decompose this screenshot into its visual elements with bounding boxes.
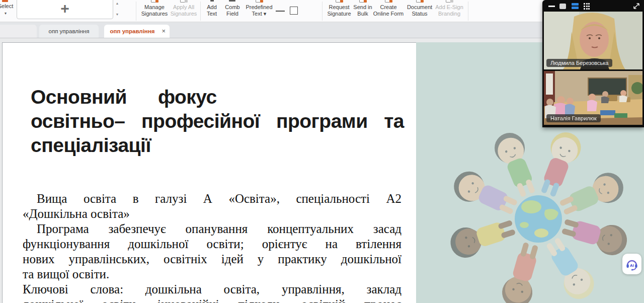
participant-video-1[interactable]: Людмила Березовська	[544, 12, 642, 69]
body-line: функціонування дошкільної освіти; орієнт…	[23, 237, 401, 252]
send-in-bulk-label: Send in Bulk	[353, 4, 372, 17]
video-call-overlay[interactable]: Людмила Березовська Наталія Гаврилюк	[542, 0, 644, 127]
select-button[interactable]: Select ▾	[0, 0, 16, 22]
body-line: Вища освіта в галузі А «Освіта», спеціал…	[23, 191, 401, 206]
heading-line: спеціалізації	[31, 133, 404, 158]
create-online-form-button[interactable]: Create Online Form	[372, 0, 405, 22]
minimize-icon[interactable]	[548, 6, 555, 7]
body-line: «Дошкільна освіта»	[23, 206, 401, 221]
globe-icon	[515, 195, 562, 243]
create-online-form-label: Create Online Form	[373, 4, 404, 17]
send-in-bulk-icon	[359, 0, 367, 3]
add-text-icon	[210, 0, 214, 3]
line-field-tool-icon[interactable]	[276, 11, 285, 12]
chevron-down-icon: ▾	[0, 10, 16, 17]
tab-label: опп управління	[49, 28, 90, 34]
document-status-icon	[416, 0, 424, 3]
slide-body-text: Вища освіта в галузі А «Освіта», спеціал…	[23, 191, 401, 303]
add-esign-branding-icon	[445, 0, 453, 3]
request-signature-button[interactable]: Request Signature	[326, 0, 352, 22]
signature-list-spinner: ▲ ▼	[114, 0, 120, 18]
add-text-button[interactable]: Add Text	[202, 0, 221, 22]
heading-line: освітньо– професійної програми та	[31, 109, 404, 133]
body-line: Ключові слова: дошкільна освіта, управлі…	[23, 282, 401, 297]
tab-label: опп управління	[110, 28, 155, 34]
comb-field-button[interactable]: Comb Field	[222, 0, 243, 22]
select-icon	[2, 0, 8, 2]
predefined-text-label: Predefined Text ▾	[246, 4, 272, 17]
document-status-button[interactable]: Document Status	[406, 0, 434, 22]
apply-all-signatures-label: Apply All Signatures	[171, 4, 197, 17]
ai-label: AI	[630, 263, 634, 267]
tab-opp-upravlinnia-1[interactable]: опп управління	[39, 25, 99, 38]
pdf-page: Основний фокус освітньо– професійної про…	[2, 42, 416, 303]
overlay-titlebar	[542, 0, 644, 11]
ai-assistant-button[interactable]: AI	[622, 254, 641, 274]
tab-opp-upravlinnia-2-active[interactable]: опп управління ×	[104, 25, 170, 38]
tab-partial[interactable]	[0, 25, 37, 38]
close-tab-icon[interactable]: ×	[162, 27, 166, 35]
participant-name-badge: Людмила Березовська	[546, 59, 612, 67]
participant-name-badge: Наталія Гаврилюк	[546, 114, 601, 122]
speaker-view-icon[interactable]	[559, 4, 566, 9]
create-online-form-icon	[384, 0, 392, 3]
toolbar-separator	[322, 2, 323, 21]
predefined-text-icon	[255, 0, 263, 3]
spinner-up-icon[interactable]: ▲	[114, 0, 120, 7]
rectangle-field-tool-icon[interactable]	[290, 7, 298, 15]
participant-video-2[interactable]: Наталія Гаврилюк	[544, 71, 642, 125]
manage-signatures-icon	[150, 0, 158, 3]
toolbar-separator	[136, 2, 136, 21]
toolbar-separator	[200, 2, 201, 21]
comb-field-label: Comb Field	[225, 4, 239, 17]
comb-field-icon	[228, 0, 236, 3]
body-line: Програма забезпечує опанування концептуа…	[23, 221, 401, 237]
body-line: дошкільної освіти, інноваційні підходи, …	[23, 297, 401, 303]
manage-signatures-label: Manage Signatures	[141, 4, 168, 17]
body-line: нових управлінських, освітніх ідей у пра…	[23, 252, 401, 267]
ai-headset-icon: AI	[625, 257, 639, 271]
add-esign-branding-label: Add E-Sign Branding	[435, 4, 463, 17]
manage-signatures-button[interactable]: Manage Signatures	[141, 0, 168, 22]
spinner-down-icon[interactable]: ▼	[114, 11, 120, 18]
slide-heading: Основний фокус освітньо– професійної про…	[31, 85, 404, 158]
gallery-view-icon[interactable]	[584, 3, 590, 10]
body-line: та вищої освіти.	[23, 267, 401, 282]
add-signature-box[interactable]: +	[17, 0, 113, 19]
app-window: { "toolbar": { "select": { "label": "Sel…	[0, 0, 644, 303]
select-label: Select	[0, 3, 13, 9]
apply-all-signatures-button: Apply All Signatures	[169, 0, 198, 22]
document-status-label: Document Status	[407, 4, 432, 17]
send-in-bulk-button[interactable]: Send in Bulk	[353, 0, 372, 22]
active-view-icon[interactable]	[572, 3, 579, 10]
add-esign-branding-button: Add E-Sign Branding	[434, 0, 465, 22]
request-signature-label: Request Signature	[327, 4, 351, 17]
apply-all-signatures-icon	[180, 0, 188, 3]
plus-icon: +	[60, 2, 69, 16]
add-text-label: Add Text	[207, 4, 217, 17]
expand-icon[interactable]	[633, 3, 640, 10]
toolbar-separator	[468, 2, 468, 21]
request-signature-icon	[335, 0, 343, 3]
predefined-text-button[interactable]: Predefined Text ▾	[245, 0, 274, 22]
heading-line: Основний фокус	[31, 85, 404, 109]
